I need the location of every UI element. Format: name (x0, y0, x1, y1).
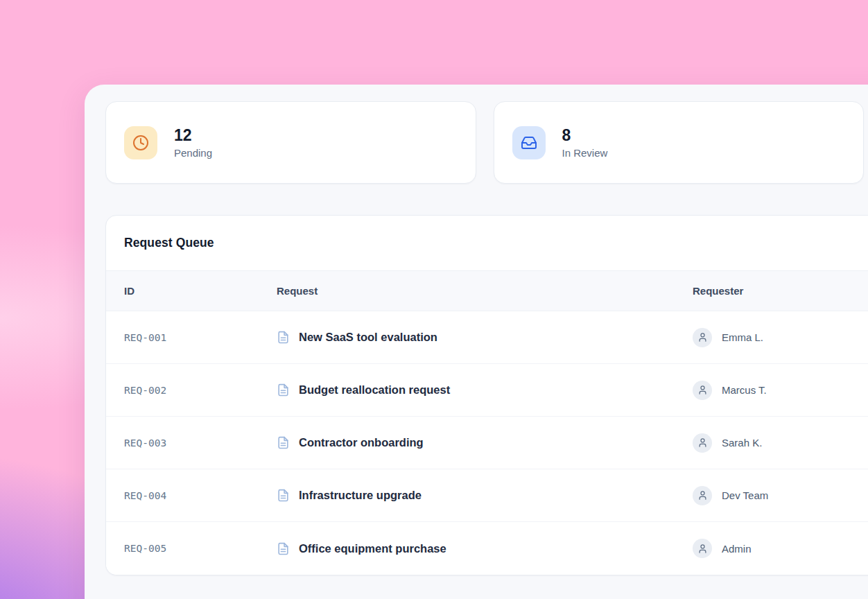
request-cell: Contractor onboarding (277, 436, 693, 449)
request-cell: Budget reallocation request (277, 383, 693, 397)
column-header-id: ID (124, 285, 277, 297)
requester-name: Admin (722, 543, 752, 555)
table-body: REQ-001 New SaaS tool evaluation Emma L. (106, 311, 868, 575)
stat-card-in-review: 8 In Review (494, 101, 865, 184)
user-icon (693, 539, 712, 558)
page-background: { "colors": { "bg_pink": "#ffb4dc", "bg_… (0, 0, 868, 599)
request-cell: Infrastructure upgrade (277, 489, 693, 502)
table-row[interactable]: REQ-005 Office equipment purchase Admin (106, 522, 868, 575)
table-row[interactable]: REQ-001 New SaaS tool evaluation Emma L. (106, 311, 868, 364)
stat-card-pending: 12 Pending (105, 101, 476, 184)
requester-cell: Admin (693, 539, 868, 558)
pending-label: Pending (174, 147, 212, 159)
request-id: REQ-001 (124, 332, 277, 343)
request-title: Office equipment purchase (299, 542, 446, 555)
stat-text: 12 Pending (174, 126, 212, 158)
request-id: REQ-005 (124, 543, 277, 554)
user-icon (693, 381, 712, 400)
request-id: REQ-003 (124, 437, 277, 449)
column-header-request: Request (277, 285, 693, 297)
requester-name: Sarah K. (722, 437, 762, 449)
table-title: Request Queue (124, 236, 214, 250)
requester-cell: Dev Team (693, 486, 868, 505)
request-title: New SaaS tool evaluation (299, 331, 437, 344)
requester-name: Emma L. (722, 331, 763, 343)
request-title: Infrastructure upgrade (299, 489, 422, 502)
request-cell: New SaaS tool evaluation (277, 331, 693, 344)
table-row[interactable]: REQ-002 Budget reallocation request Marc… (106, 364, 868, 417)
request-cell: Office equipment purchase (277, 542, 693, 555)
file-text-icon (277, 489, 290, 502)
in-review-label: In Review (562, 147, 608, 159)
requester-name: Dev Team (722, 489, 768, 501)
file-text-icon (277, 542, 290, 555)
clock-icon (124, 126, 157, 159)
request-id: REQ-002 (124, 385, 277, 396)
table-row[interactable]: REQ-003 Contractor onboarding Sarah K. (106, 417, 868, 469)
file-text-icon (277, 383, 290, 397)
requester-cell: Emma L. (693, 328, 868, 347)
stat-text: 8 In Review (562, 126, 608, 158)
requester-cell: Sarah K. (693, 433, 868, 453)
requester-cell: Marcus T. (693, 381, 868, 400)
table-header-row: ID Request Requester (106, 271, 868, 311)
inbox-icon (512, 126, 546, 159)
request-title: Budget reallocation request (299, 383, 450, 397)
file-text-icon (277, 436, 290, 449)
table-title-row: Request Queue (106, 216, 868, 271)
stats-row: 12 Pending 8 In Review (105, 101, 864, 184)
table-row[interactable]: REQ-004 Infrastructure upgrade Dev Team (106, 469, 868, 522)
user-icon (693, 328, 712, 347)
pending-count: 12 (174, 126, 212, 144)
request-id: REQ-004 (124, 490, 277, 501)
column-header-requester: Requester (693, 285, 868, 297)
user-icon (693, 433, 712, 453)
in-review-count: 8 (562, 126, 608, 144)
request-queue-card: Request Queue ID Request Requester REQ-0… (105, 215, 868, 575)
file-text-icon (277, 331, 290, 344)
dashboard-panel: 12 Pending 8 In Review Request Queue ID … (85, 85, 868, 599)
request-title: Contractor onboarding (299, 436, 424, 449)
requester-name: Marcus T. (722, 384, 767, 396)
user-icon (693, 486, 712, 505)
